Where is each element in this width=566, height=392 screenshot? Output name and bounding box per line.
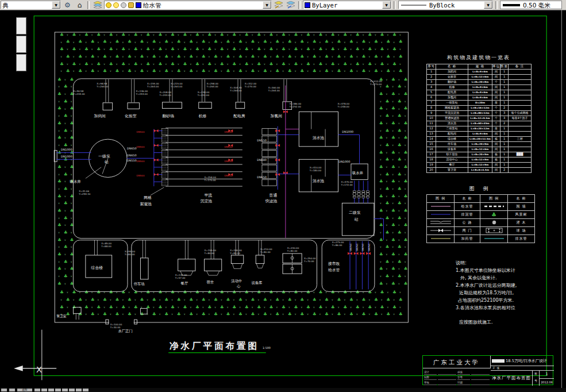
sun-freeze-icon[interactable] [113,2,119,8]
shrub-mark-icon: ∨ [368,313,370,316]
chevron-down-icon[interactable]: ▼ [52,1,60,9]
tree-icon: ♣ [57,179,61,184]
titleblock-field-value [438,375,456,380]
toolbar-fragment-box[interactable] [16,17,26,34]
tree-icon: ♣ [60,47,64,52]
lineweight-combo[interactable]: 0.50 毫米 [500,1,562,9]
table-cell: 每个分成两格 [509,111,532,116]
tree-icon: ♣ [385,157,389,162]
linetype-combo[interactable]: ByBlock ▼ [398,1,493,9]
legend-row: 排泥管♣风景树 [427,211,535,219]
shrub-mark-icon: ∨ [239,63,241,66]
tree-icon: ♣ [207,32,211,37]
shrub-mark-icon: ∨ [276,63,278,66]
shrub-mark-icon: ∨ [301,306,302,309]
shrub-mark-icon: ∨ [190,48,191,51]
building-label: 设备库 [251,280,263,285]
table-cell: 配电房 [436,90,468,95]
coordinate-label: Y=172.00 [340,183,353,186]
tree-icon: ♣ [380,62,384,67]
legend-title: 图 例 [426,185,534,193]
lineweight-sample-icon [502,3,521,7]
tree-icon: ♣ [64,244,68,249]
dining-hall [178,259,195,271]
shrub-mark-icon: ∨ [380,114,382,117]
chevron-down-icon[interactable]: ▼ [484,1,492,9]
column-header: 名 称 [508,195,535,203]
chevron-down-icon[interactable]: ▼ [263,1,271,9]
color-combo[interactable]: ByLayer ▼ [303,1,391,9]
tree-icon: ♣ [115,39,120,44]
tree-icon: ♣ [57,208,61,213]
tab-scroll-button[interactable] [1,389,7,391]
shrub-mark-icon: ∨ [72,298,74,301]
layout-tab[interactable] [34,389,40,391]
table-row: 17职工宿舍L×B=20×9m栋1███ [427,152,532,157]
toolbar-fragment-box[interactable] [16,54,26,71]
shrub-mark-icon: ∨ [190,63,191,66]
shrub-mark-icon: ∨ [67,63,68,66]
tree-icon: ♣ [60,290,64,295]
style-combo[interactable]: 典 ▼ [1,1,61,9]
shrub-mark-icon: ∨ [171,313,173,316]
shrub-mark-icon: ∨ [392,144,394,147]
shrub-mark-icon: ∨ [165,48,167,51]
coordinate-label: Y=294.10 [78,193,91,195]
layer-properties-button[interactable]: ⚙ [62,1,73,9]
layer-combo[interactable]: 给水管 ▼ [104,1,272,9]
tree-icon: ♣ [78,39,82,44]
previous-layer-button[interactable] [273,1,284,9]
shrub-mark-icon: ∨ [380,231,382,234]
tree-icon: ♣ [64,84,68,89]
shrub-mark-icon: ∨ [405,231,406,234]
shrub-mark-icon: ∨ [325,306,327,309]
layout-tab[interactable] [55,389,61,391]
layout-tab[interactable] [76,389,82,391]
tab-model[interactable]: 模型 [17,389,32,391]
viewport-freeze-icon[interactable] [121,2,126,8]
layer-states-button[interactable]: ⌂ [74,1,85,9]
layout-tab[interactable] [41,389,47,391]
shrub-mark-icon: ∨ [288,48,290,51]
chevron-down-icon[interactable]: ▼ [382,1,391,9]
shrub-mark-icon: ∨ [405,144,406,147]
legend-cell: 灌 木 [508,219,535,227]
shrub-mark-icon: ∨ [392,114,394,117]
shrub-mark-icon: ∨ [387,63,388,66]
redacted-logo [492,359,505,363]
table-cell: 个 [492,116,500,121]
shrub-mark-icon: ∨ [313,48,315,51]
shrub-mark-icon: ∨ [71,100,72,103]
building-label: 二级泵 [349,210,361,215]
tree-icon: ♣ [404,222,408,228]
make-layer-current-button[interactable] [92,1,103,9]
layout-tab[interactable] [69,389,75,391]
tree-icon: ♣ [385,113,389,118]
shrub-mark-icon: ∨ [398,180,400,183]
shrub-mark-icon: ∨ [381,41,383,44]
tree-icon: ♣ [195,47,199,52]
bulb-on-icon[interactable] [106,2,111,8]
table-cell: 1 [500,126,509,132]
shrub-mark-icon: ∨ [405,114,406,117]
table-cell: 1 [500,137,509,142]
table-row: 18活动中心L×B=12×9m栋1 [427,157,532,163]
layout-tab[interactable] [62,389,68,391]
layer-translate-button[interactable] [285,1,296,9]
toolbar-fragment-box[interactable] [16,36,26,53]
shrub-mark-icon: ∨ [60,55,62,58]
tree-icon: ♣ [152,54,156,59]
lock-icon[interactable] [128,2,134,8]
coordinate-label: Y=170.00 [204,179,217,182]
sub-item-label: 子项 [491,366,554,371]
divider [394,1,396,9]
table-cell: L×B=9×6m [468,90,492,95]
layout-tab[interactable] [83,389,88,391]
tree-icon: ♣ [356,62,360,67]
tree-icon: ♣ [128,68,132,74]
layout-tab[interactable] [48,389,54,391]
tree-icon: ♣ [391,194,395,199]
table-cell: 3 [500,116,509,121]
layer-color-swatch[interactable] [136,2,141,8]
tab-scroll-button[interactable] [9,389,15,391]
